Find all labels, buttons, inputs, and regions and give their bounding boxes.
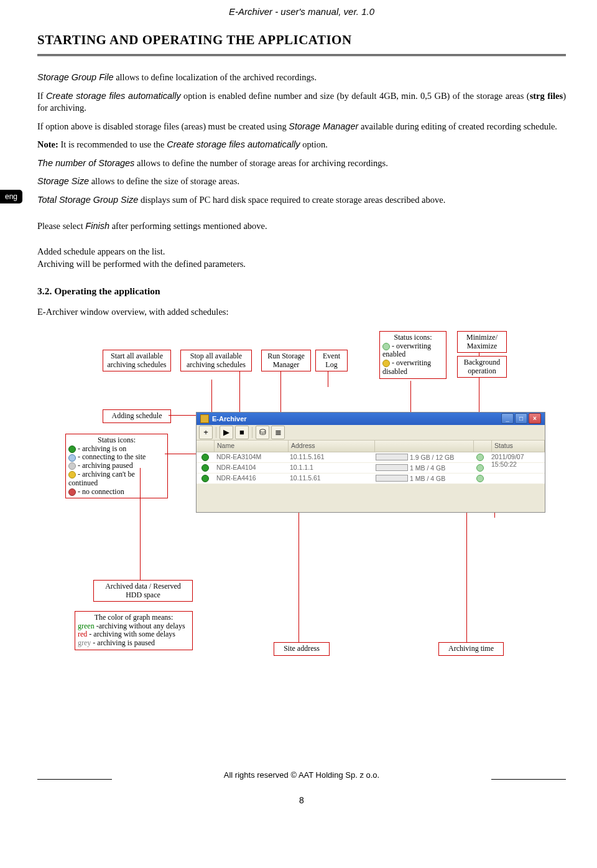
- para-storage-manager: If option above is disabled storage file…: [37, 121, 566, 133]
- row-status-icon: [201, 454, 209, 461]
- status-overwrite-header: Status icons:: [382, 334, 443, 342]
- footer-rule-right: [491, 779, 566, 780]
- row-time: [489, 474, 545, 483]
- figure-overview: Start all available archiving schedules …: [59, 331, 544, 723]
- para-note: Note: It is recommended to use the Creat…: [37, 139, 566, 151]
- section-title: STARTING AND OPERATING THE APPLICATION: [37, 32, 566, 48]
- color-grey-label: grey: [78, 638, 93, 647]
- callout-event-log: Event Log: [315, 350, 348, 372]
- callout-stop-all: Stop all available archiving schedules: [180, 350, 252, 372]
- callout-adding-schedule: Adding schedule: [103, 409, 171, 423]
- color-graph-header: The color of graph means:: [78, 614, 190, 622]
- term-number-storages: The number of Storages: [37, 158, 134, 168]
- event-log-button[interactable]: ≣: [271, 426, 285, 439]
- start-all-button[interactable]: ▶: [220, 426, 233, 439]
- status-warn-icon: [68, 471, 76, 478]
- page-number: 8: [37, 795, 566, 805]
- row-address: 10.11.5.61: [287, 474, 373, 483]
- close-button[interactable]: ×: [529, 413, 541, 424]
- para-window-overview: E-Archiver window overview, with added s…: [37, 306, 566, 319]
- status-left-header: Status icons:: [68, 436, 165, 445]
- row-name: NDR-EA4416: [214, 474, 287, 483]
- status-on-icon: [68, 446, 76, 453]
- row-name: NDR-EA4104: [214, 463, 287, 473]
- term-storage-group-file: Storage Group File: [37, 72, 114, 82]
- add-schedule-button[interactable]: +: [199, 426, 213, 439]
- para-finish: Please select Finish after performing se…: [37, 220, 566, 233]
- callout-start-all: Start all available archiving schedules: [103, 350, 171, 372]
- para-archiving-performed: Archiving will be performed with the def…: [37, 258, 566, 271]
- para-number-storages: The number of Storages allows to define …: [37, 157, 566, 170]
- app-title: E-Archiver: [212, 413, 247, 425]
- col-space: [375, 441, 474, 452]
- space-bar: [376, 475, 408, 482]
- app-window: E-Archiver _ □ × + ▶ ■ ⛁ ≣ Name Address: [196, 412, 545, 513]
- footer-rule-left: [37, 779, 112, 780]
- term-storage-manager: Storage Manager: [289, 121, 358, 131]
- leader-line: [479, 353, 479, 356]
- leader-line: [479, 378, 479, 412]
- color-green-label: green: [78, 622, 95, 630]
- callout-site-address: Site address: [274, 642, 330, 656]
- stop-all-button[interactable]: ■: [235, 426, 249, 439]
- row-space: 1.9 GB / 12 GB: [373, 452, 471, 462]
- col-status-icon: [197, 441, 215, 452]
- callout-run-storage: Run Storage Manager: [261, 350, 311, 372]
- leader-line: [165, 454, 199, 454]
- row-address: 10.11.5.161: [287, 452, 373, 462]
- callout-min-max: Minimize/ Maximize: [457, 331, 507, 353]
- maximize-button[interactable]: □: [515, 413, 527, 424]
- list-row[interactable]: NDR-EA3104M10.11.5.1611.9 GB / 12 GB2011…: [197, 452, 545, 463]
- list-body: NDR-EA3104M10.11.5.1611.9 GB / 12 GB2011…: [197, 452, 545, 484]
- row-status-icon: [201, 475, 209, 482]
- row-time: [489, 463, 545, 473]
- status-connecting-icon: [68, 454, 76, 462]
- para-create-storage-auto: If Create storage files automatically op…: [37, 90, 566, 114]
- space-bar: [376, 454, 408, 460]
- overwrite-off-icon: [382, 360, 390, 367]
- term-finish: Finish: [85, 221, 109, 231]
- app-icon: [200, 414, 209, 423]
- row-overwrite-icon: [476, 454, 484, 461]
- row-space: 1 MB / 4 GB: [373, 474, 471, 483]
- running-header: E-Archiver - user's manual, ver. 1.0: [37, 6, 566, 17]
- toolbar-separator: [252, 427, 252, 438]
- para-added-schedule: Added schedule appears on the list.: [37, 246, 566, 258]
- term-storage-size: Storage Size: [37, 176, 89, 186]
- body-content: Storage Group File allows to define loca…: [37, 72, 566, 319]
- term-total-storage: Total Storage Group Size: [37, 195, 138, 205]
- language-tab: eng: [0, 190, 22, 203]
- col-overwrite: [474, 441, 492, 452]
- callout-color-meaning: The color of graph means: green -archivi…: [75, 611, 193, 650]
- titlebar: E-Archiver _ □ ×: [197, 413, 545, 425]
- col-address: Address: [289, 441, 375, 452]
- col-status: Status: [492, 441, 545, 452]
- para-storage-size: Storage Size allows to define the size o…: [37, 175, 566, 188]
- note-label: Note:: [37, 139, 58, 149]
- term-create-storage-auto: Create storage files automatically: [46, 91, 181, 101]
- subsection-heading: 3.2. Operating the application: [37, 286, 566, 297]
- color-red-label: red: [78, 630, 89, 638]
- footer-text: All rights reserved © AAT Holding Sp. z …: [224, 770, 379, 780]
- status-paused-icon: [68, 462, 76, 470]
- col-name: Name: [215, 441, 289, 452]
- callout-bg-op: Background operation: [457, 356, 507, 378]
- row-status-icon: [201, 464, 209, 472]
- callout-archived-data: Archived data / Reserved HDD space: [93, 580, 193, 602]
- leader-line: [140, 468, 141, 580]
- minimize-button[interactable]: _: [501, 413, 514, 424]
- row-overwrite-icon: [476, 464, 484, 472]
- document-page: E-Archiver - user's manual, ver. 1.0 STA…: [0, 0, 597, 824]
- storage-manager-button[interactable]: ⛁: [256, 426, 269, 439]
- row-address: 10.1.1.1: [287, 463, 373, 473]
- space-bar: [376, 464, 408, 471]
- leader-line: [328, 371, 328, 387]
- overwrite-on-icon: [382, 343, 390, 350]
- row-name: NDR-EA3104M: [214, 452, 287, 462]
- list-row[interactable]: NDR-EA441610.11.5.611 MB / 4 GB: [197, 474, 545, 484]
- para-total-storage: Total Storage Group Size displays sum of…: [37, 194, 566, 207]
- row-overwrite-icon: [476, 475, 484, 482]
- list-row[interactable]: NDR-EA410410.1.1.11 MB / 4 GB: [197, 463, 545, 474]
- term-strg-files: strg files: [530, 91, 563, 101]
- callout-status-left: Status icons: - archiving is on - connec…: [65, 434, 168, 499]
